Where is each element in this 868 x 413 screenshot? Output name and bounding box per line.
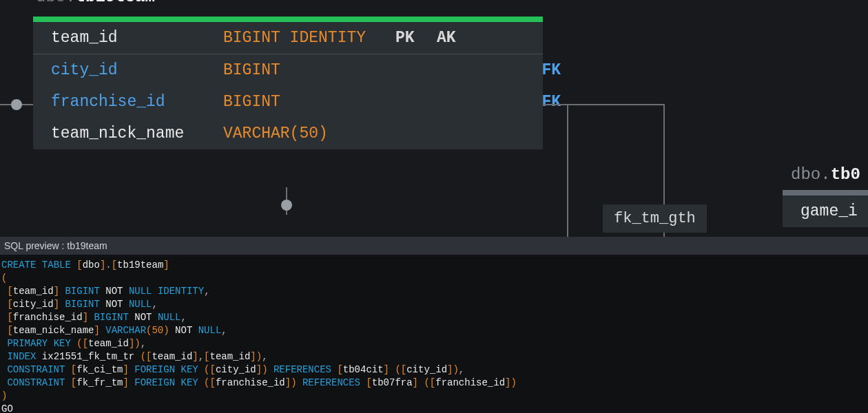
kw-index: INDEX — [7, 351, 36, 362]
fk-relation-label[interactable]: fk_tm_gth — [603, 204, 707, 233]
column-name: city_id — [51, 61, 223, 79]
connector-node-icon — [11, 99, 22, 110]
kw-not: NOT — [105, 286, 123, 297]
bracket: [ — [7, 312, 12, 323]
paren: ) — [163, 325, 169, 336]
table-card-tb19team[interactable]: team_id BIGINT IDENTITY PK AK city_id BI… — [33, 17, 543, 149]
paren: ( — [424, 377, 429, 388]
sql-type: VARCHAR — [105, 325, 146, 336]
bracket: [ — [210, 364, 216, 375]
paren: ( — [204, 377, 209, 388]
table-header-bar — [33, 17, 543, 22]
columns-list: team_id BIGINT IDENTITY PK AK city_id BI… — [33, 22, 543, 149]
table-header-bar — [783, 190, 868, 195]
sql-col: city_id — [216, 364, 256, 375]
sql-ref-col: city_id — [406, 364, 447, 375]
sql-ref-table: tb04cit — [343, 364, 384, 375]
kw-foreign: FOREIGN — [134, 364, 175, 375]
bracket: [ — [83, 338, 88, 349]
kw-key: KEY — [180, 377, 198, 388]
bracket: ] — [413, 377, 418, 388]
column-row[interactable]: city_id BIGINT FK — [33, 54, 543, 86]
kw-not: NOT — [175, 325, 192, 336]
column-row[interactable]: team_id BIGINT IDENTITY PK AK — [33, 22, 543, 54]
ak-badge: AK — [437, 29, 478, 47]
paren: ) — [1, 390, 7, 401]
column-type: BIGINT IDENTITY — [223, 29, 395, 47]
paren: ( — [1, 273, 7, 284]
bracket: ] — [256, 364, 262, 375]
comma: , — [198, 351, 204, 362]
bracket: ] — [250, 351, 256, 362]
sql-type: BIGINT — [94, 312, 128, 323]
kw-constraint: CONSTRAINT — [7, 377, 65, 388]
kw-foreign: FOREIGN — [134, 377, 175, 388]
bracket: ] — [54, 299, 59, 310]
kw-go: GO — [1, 403, 13, 413]
paren: ( — [395, 364, 400, 375]
column-type: VARCHAR(50) — [223, 125, 395, 142]
table-card-other[interactable]: game_i — [783, 190, 868, 227]
fk-badge: FK — [478, 61, 561, 79]
paren: ) — [291, 377, 296, 388]
bracket: [ — [71, 377, 76, 388]
kw-create: CREATE — [1, 260, 36, 271]
column-type: BIGINT — [223, 93, 395, 111]
kw-null: NULL — [158, 312, 181, 323]
kw-references: REFERENCES — [273, 364, 331, 375]
table-title: dbo.tb19team — [36, 0, 155, 6]
bracket: [ — [337, 364, 342, 375]
bracket: [ — [210, 377, 216, 388]
paren: ) — [256, 351, 262, 362]
comma: , — [181, 312, 187, 323]
kw-key: KEY — [180, 364, 198, 375]
sql-table-name: tb19team — [117, 260, 163, 271]
bracket: ] — [384, 364, 389, 375]
column-row[interactable]: team_nick_name VARCHAR(50) — [33, 118, 543, 149]
kw-null: NULL — [129, 286, 152, 297]
other-table-title: dbo.tb0 — [791, 162, 860, 187]
sql-ref-table: tb07fra — [372, 377, 413, 388]
bracket: [ — [7, 286, 12, 297]
kw-null: NULL — [129, 299, 152, 310]
bracket: [ — [7, 325, 12, 336]
er-diagram-canvas[interactable]: dbo.tb19team team_id BIGINT IDENTITY PK … — [0, 0, 868, 237]
bracket: [ — [7, 299, 12, 310]
sql-type: BIGINT — [65, 299, 99, 310]
sql-col: team_id — [88, 338, 129, 349]
kw-key: KEY — [54, 338, 71, 349]
bracket: [ — [112, 260, 117, 271]
paren: ) — [262, 364, 267, 375]
column-name: franchise_id — [51, 93, 223, 111]
kw-identity: IDENTITY — [158, 286, 204, 297]
sql-num: 50 — [152, 325, 163, 336]
kw-table: TABLE — [42, 260, 71, 271]
sql-col: franchise_id — [216, 377, 285, 388]
bracket: [ — [204, 351, 209, 362]
sql-col: team_id — [13, 286, 54, 297]
comma: , — [152, 299, 158, 310]
table-name: tb0 — [831, 165, 860, 184]
column-name: team_nick_name — [51, 125, 223, 142]
dot: . — [105, 260, 111, 271]
column-type: BIGINT — [223, 61, 395, 79]
column-row[interactable]: franchise_id BIGINT FK — [33, 86, 543, 118]
sql-col: team_id — [152, 351, 192, 362]
kw-references: REFERENCES — [302, 377, 360, 388]
sql-preview-bar[interactable]: SQL preview : tb19team — [0, 237, 868, 255]
bracket: ] — [83, 312, 88, 323]
pk-badge: PK — [395, 29, 437, 47]
bracket: [ — [71, 364, 76, 375]
bracket: ] — [94, 325, 99, 336]
column-name: team_id — [51, 29, 223, 47]
sql-preview-code[interactable]: CREATE TABLE [dbo].[tb19team] ( [team_id… — [0, 255, 868, 413]
comma: , — [204, 286, 209, 297]
sql-fk-name: fk_fr_tm — [76, 377, 123, 388]
bracket: ] — [163, 260, 169, 271]
comma: , — [459, 364, 464, 375]
sql-ref-col: franchise_id — [435, 377, 505, 388]
column-name: game_i — [783, 195, 868, 227]
paren: ) — [510, 377, 516, 388]
sql-schema: dbo — [83, 260, 100, 271]
table-name: tb19team — [76, 0, 155, 6]
